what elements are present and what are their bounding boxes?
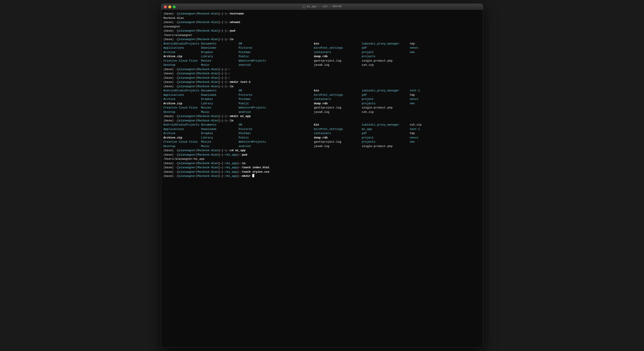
terminal-line: (base) -[alanwagner|Macbook-Alan]-(~)-:w…	[164, 20, 481, 24]
ls-cell: containers	[314, 97, 362, 101]
ls-cell: ssh.zip	[362, 63, 410, 67]
ls-cell: single-product.php	[362, 106, 410, 110]
ls-cell: java0.log	[314, 144, 362, 149]
ls-cell: Desktop	[164, 63, 201, 67]
terminal-content[interactable]: (base) -[alanwagner|Macbook-Alan]-(~)-:h…	[161, 10, 483, 347]
ls-cell: Library	[201, 136, 239, 140]
ls-cell: ssh.zip	[410, 123, 448, 127]
ls-cell: ganttproject.log	[314, 140, 362, 144]
terminal-line: (base) -[alanwagner|Macbook-Alan]-(~/mi_…	[164, 170, 481, 174]
ls-cell: vms	[410, 50, 448, 54]
ls-cell: venvs	[410, 136, 448, 140]
ls-cell: Archive.zip	[164, 101, 201, 106]
ls-cell	[276, 140, 314, 144]
terminal-line: (base) -[alanwagner|Macbook-Alan]-(~/mi_…	[164, 165, 481, 170]
ls-cell: dump.rdb	[314, 101, 362, 106]
ls-cell: Creative Cloud Files	[164, 106, 201, 110]
ls-cell	[276, 131, 314, 136]
ls-output: AndroidStudioProjects Documents ON bin l…	[164, 88, 481, 114]
ls-cell	[410, 110, 448, 114]
terminal-line: (base) -[alanwagner|Macbook-Alan]-(~)-:	[164, 76, 481, 80]
ls-cell: Public	[239, 101, 276, 106]
ls-cell: Postman	[239, 50, 276, 54]
ls-cell: java0.log	[314, 110, 362, 114]
ls-cell: birdfont_settings	[314, 93, 362, 97]
ls-cell: Desktop	[164, 144, 201, 149]
ls-cell: containers	[314, 131, 362, 136]
ls-cell: Pictures	[239, 93, 276, 97]
ls-cell: android	[239, 110, 276, 114]
ls-cell: Archive	[164, 131, 201, 136]
ls-cell: WebstormProjects	[239, 140, 276, 144]
ls-output: AndroidStudioProjects Documents ON bin l…	[164, 123, 481, 148]
ls-cell: test-1	[410, 127, 448, 131]
ls-cell: single-product.php	[362, 144, 410, 149]
ls-row: Applications Downloads Pictures birdfont…	[164, 127, 481, 131]
ls-cell: venvs	[410, 46, 448, 50]
ls-cell: Archive.zip	[164, 54, 201, 59]
ls-cell	[276, 50, 314, 54]
terminal-line: (base) -[alanwagner|Macbook-Alan]-(~/mi_…	[164, 161, 481, 166]
ls-cell: Documents	[201, 88, 239, 93]
ls-cell: vms	[410, 140, 448, 144]
ls-cell: Movies	[201, 106, 239, 110]
traffic-lights	[164, 5, 176, 8]
ls-cell: Desktop	[164, 110, 201, 114]
ls-cell: birdfont_settings	[314, 46, 362, 50]
ls-row: AndroidStudioProjects Documents ON bin l…	[164, 123, 481, 127]
ls-cell: tmp	[410, 131, 448, 136]
ls-cell	[276, 106, 314, 110]
ls-cell: dump.rdb	[314, 54, 362, 59]
terminal-line: (base) -[alanwagner|Macbook-Alan]-(~/mi_…	[164, 174, 481, 178]
ls-cell: ssh.zip	[362, 110, 410, 114]
ls-cell	[276, 93, 314, 97]
ls-cell: pdf	[362, 131, 410, 136]
ls-cell: Music	[201, 63, 239, 67]
ls-cell: birdfont_settings	[314, 127, 362, 131]
ls-cell: android	[239, 63, 276, 67]
ls-cell: Archive	[164, 97, 201, 101]
terminal-line: (base) -[alanwagner|Macbook-Alan]-(~)-:m…	[164, 114, 481, 118]
ls-cell: Applications	[164, 46, 201, 50]
ls-cell: projects	[362, 140, 410, 144]
ls-cell: tmp	[410, 93, 448, 97]
terminal-line: (base) -[alanwagner|Macbook-Alan]-(~)-:c…	[164, 148, 481, 153]
ls-cell: AndroidStudioProjects	[164, 88, 201, 93]
ls-cell: ON	[239, 42, 276, 46]
minimize-button[interactable]	[168, 5, 171, 8]
ls-cell: bin	[314, 42, 362, 46]
ls-row: Archive Dropbox Postman containers pdf t…	[164, 131, 481, 136]
terminal-line: (base) -[alanwagner|Macbook-Alan]-(~)-:h…	[164, 11, 481, 16]
ls-cell: project	[362, 50, 410, 54]
window-title: >_ mi_app — -zsh — 160×40	[302, 5, 342, 8]
ls-row: Creative Cloud Files Movies WebstormProj…	[164, 140, 481, 144]
ls-cell	[276, 127, 314, 131]
ls-cell: java0.log	[314, 63, 362, 67]
terminal-line: (base) -[alanwagner|Macbook-Alan]-(~)-:l…	[164, 37, 481, 42]
ls-cell	[276, 101, 314, 106]
ls-row: Applications Downloads Pictures birdfont…	[164, 46, 481, 50]
ls-cell: Library	[201, 101, 239, 106]
ls-row: Archive Dropbox Postman containers proje…	[164, 50, 481, 54]
ls-cell: Documents	[201, 123, 239, 127]
ls-row: Archive Dropbox Postman containers proje…	[164, 97, 481, 101]
ls-cell: WebstormProjects	[239, 59, 276, 63]
ls-cell	[410, 54, 448, 59]
ls-cell: luminati_proxy_manager	[362, 123, 410, 127]
terminal-line: (base) -[alanwagner|Macbook-Alan]-(~)-:p…	[164, 29, 481, 33]
svg-text:>_: >_	[303, 6, 305, 8]
terminal-line: (base) -[alanwagner|Macbook-Alan]-(~)-:l…	[164, 118, 481, 123]
close-button[interactable]	[164, 5, 167, 8]
terminal-window[interactable]: >_ mi_app — -zsh — 160×40 (base) -[alanw…	[161, 3, 483, 348]
ls-cell	[276, 136, 314, 140]
ls-cell: ganttproject.log	[314, 59, 362, 63]
ls-cell: Music	[201, 144, 239, 149]
ls-cell: Music	[201, 110, 239, 114]
ls-row: AndroidStudioProjects Documents ON bin l…	[164, 42, 481, 46]
ls-cell: WebstormProjects	[239, 106, 276, 110]
ls-cell: Public	[239, 136, 276, 140]
terminal-icon: >_	[302, 5, 306, 8]
ls-cell	[276, 54, 314, 59]
ls-cell: dump.rdb	[314, 136, 362, 140]
maximize-button[interactable]	[173, 5, 176, 8]
